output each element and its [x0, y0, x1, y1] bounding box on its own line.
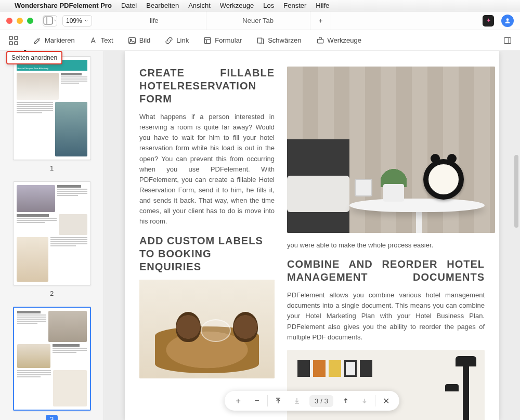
panel-toggle-button[interactable] [503, 36, 512, 45]
link-icon [165, 36, 173, 45]
chevron-down-icon [54, 19, 57, 22]
menu-fenster[interactable]: Fenster [283, 2, 306, 9]
svg-rect-7 [128, 37, 135, 43]
menu-ansicht[interactable]: Ansicht [188, 2, 211, 9]
image-pinecones [139, 280, 275, 378]
paragraph-2: you were able to make the whole process … [287, 240, 485, 251]
text-icon [89, 36, 98, 45]
page-navigation-toolbar: ＋ − 3 / 3 ✕ [225, 391, 399, 411]
text-button[interactable]: Text [89, 36, 113, 45]
arrow-to-top-icon [275, 397, 282, 404]
tab-life[interactable]: life [102, 11, 206, 30]
bild-button[interactable]: Bild [128, 36, 151, 45]
next-page-button[interactable] [355, 391, 374, 410]
page-thumbnail-3[interactable] [13, 307, 91, 411]
first-page-button[interactable] [269, 391, 288, 410]
page-number-3: 3 [46, 415, 58, 420]
person-icon [504, 17, 511, 24]
organize-pages-button[interactable]: ↖ [8, 35, 19, 46]
scrollbar-thumb[interactable] [514, 155, 518, 228]
app-brand-icon[interactable]: ✦ [483, 15, 494, 27]
formular-button[interactable]: Formular [203, 36, 242, 45]
mac-menubar: Wondershare PDFelement Pro Datei Bearbei… [0, 0, 520, 11]
svg-point-2 [506, 18, 509, 21]
menu-werkzeuge[interactable]: Werkzeuge [220, 2, 254, 9]
arrow-to-bottom-icon [293, 397, 301, 404]
page-number-2: 2 [50, 290, 54, 297]
vertical-scrollbar[interactable] [514, 51, 519, 420]
schwaerzen-button[interactable]: Schwärzen [256, 36, 301, 45]
zoom-select[interactable]: 109% [62, 15, 92, 27]
paragraph-1: What happens if a person interested in r… [139, 112, 275, 227]
arrow-down-icon [361, 398, 368, 404]
tab-neuer-tab[interactable]: Neuer Tab [206, 11, 310, 30]
zoom-out-button[interactable]: − [248, 391, 266, 410]
heading-create-form: CREATE FILLABLE HOTELRESERVATION FORM [139, 67, 275, 106]
redact-icon [256, 36, 265, 45]
document-viewport[interactable]: CREATE FILLABLE HOTELRESERVATION FORM Wh… [104, 51, 520, 420]
svg-rect-14 [504, 37, 511, 43]
close-toolbar-button[interactable]: ✕ [376, 391, 395, 410]
form-icon [203, 36, 212, 45]
image-bedside-table [287, 67, 495, 233]
svg-rect-3 [9, 36, 12, 40]
highlighter-icon [33, 36, 42, 45]
sidebar-toggle-button[interactable] [43, 15, 57, 27]
close-window-button[interactable] [6, 18, 12, 24]
minimize-window-button[interactable] [17, 18, 23, 24]
main-toolbar: ↖ Markieren Text Bild Link Formular Schw… [0, 30, 520, 51]
menu-los[interactable]: Los [263, 2, 274, 9]
prev-page-button[interactable] [336, 391, 355, 410]
arrow-up-icon [343, 398, 349, 404]
svg-rect-9 [205, 37, 211, 43]
markieren-button[interactable]: Markieren [33, 36, 75, 45]
zoom-in-button[interactable]: ＋ [229, 391, 248, 410]
chevron-down-icon [84, 19, 88, 23]
page-thumbnail-2[interactable] [13, 181, 91, 285]
page-thumbnail-1[interactable]: How to Plan your Time Effectively [13, 56, 91, 160]
page-indicator[interactable]: 3 / 3 [309, 395, 333, 407]
organize-pages-tooltip: Seiten anordnen [6, 51, 62, 64]
menu-bearbeiten[interactable]: Bearbeiten [146, 2, 179, 9]
panel-icon [503, 36, 512, 45]
sidebar-icon [43, 16, 53, 25]
toolbox-icon [316, 36, 324, 45]
svg-rect-13 [317, 39, 323, 43]
document-tabs: life Neuer Tab ＋ [102, 11, 477, 30]
window-titlebar: 109% life Neuer Tab ＋ ✦ [0, 11, 520, 30]
app-name[interactable]: Wondershare PDFelement Pro [15, 2, 112, 9]
page-content: CREATE FILLABLE HOTELRESERVATION FORM Wh… [125, 51, 499, 420]
heading-custom-labels: ADD CUSTOM LABELS TO BOOKING ENQUIRIES [139, 234, 275, 273]
svg-rect-0 [44, 17, 53, 24]
page-number-1: 1 [50, 164, 54, 172]
menu-datei[interactable]: Datei [121, 2, 137, 9]
svg-rect-4 [15, 36, 18, 40]
add-tab-button[interactable]: ＋ [310, 11, 331, 30]
paragraph-3: PDFelement allows you combine various ho… [287, 290, 485, 343]
fullscreen-window-button[interactable] [27, 18, 33, 24]
heading-combine-reorder: COMBINE AND REORDER HOTEL MANAGEMENT DOC… [287, 258, 485, 284]
svg-rect-12 [258, 38, 262, 43]
traffic-lights [6, 18, 33, 24]
current-page: 3 [315, 397, 318, 405]
svg-rect-5 [9, 42, 12, 45]
svg-rect-6 [15, 42, 18, 45]
menu-hilfe[interactable]: Hilfe [316, 2, 329, 9]
last-page-button[interactable] [288, 391, 306, 410]
thumbnail-sidebar: How to Plan your Time Effectively 1 [0, 51, 104, 420]
user-avatar[interactable] [501, 15, 514, 27]
link-button[interactable]: Link [165, 36, 189, 45]
grid-icon [8, 35, 19, 46]
zoom-value: 109% [66, 17, 82, 24]
werkzeuge-button[interactable]: Werkzeuge [316, 36, 362, 45]
image-icon [128, 36, 136, 45]
total-pages: 3 [324, 397, 328, 405]
